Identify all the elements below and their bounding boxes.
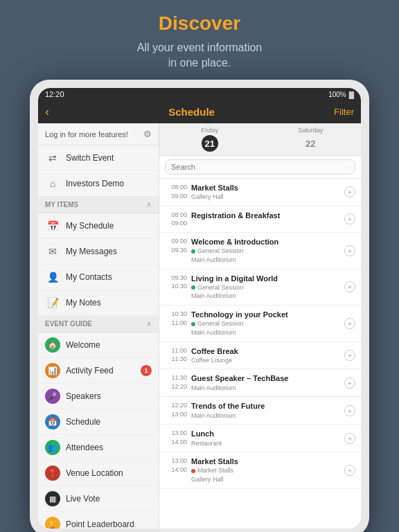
add-button[interactable]: + xyxy=(344,213,355,224)
add-button[interactable]: + xyxy=(344,281,355,292)
schedule-sub-2: Main Auditorium xyxy=(191,328,340,337)
sidebar-label-my-notes: My Notes xyxy=(66,298,152,308)
schedule-time: 08:0009:00 xyxy=(165,211,187,228)
add-button[interactable]: + xyxy=(344,245,355,256)
my-messages-icon: ✉ xyxy=(45,244,60,259)
sidebar-item-my-messages[interactable]: ✉ My Messages xyxy=(38,239,159,265)
table-row: 10:3011:00 Technology in your Pocket Gen… xyxy=(159,305,361,342)
add-button[interactable]: + xyxy=(344,186,355,197)
my-notes-icon: 📝 xyxy=(45,295,60,310)
battery-level: 100% xyxy=(328,91,346,98)
schedule-title: Living in a Digital World xyxy=(191,274,340,283)
my-schedule-icon: 📅 xyxy=(45,218,60,233)
schedule-sub: Coffee Lounge xyxy=(191,356,340,365)
schedule-content: Registration & Breakfast xyxy=(191,211,340,220)
schedule-time: 13:0014:00 xyxy=(165,429,187,446)
add-button[interactable]: + xyxy=(344,350,355,361)
back-button[interactable]: ‹ xyxy=(45,105,49,119)
sidebar-item-speakers[interactable]: 🎤 Speakers xyxy=(38,384,159,409)
sidebar-item-my-notes[interactable]: 📝 My Notes xyxy=(38,290,159,316)
schedule-title: Market Stalls xyxy=(191,183,340,193)
gear-icon[interactable]: ⚙ xyxy=(143,129,152,139)
schedule-content: Lunch Restaurant xyxy=(191,429,340,447)
schedule-icon: 📅 xyxy=(45,414,60,429)
schedule-title: Technology in your Pocket xyxy=(191,310,340,319)
sidebar-item-schedule[interactable]: 📅 Schedule xyxy=(38,409,159,435)
sidebar-item-welcome[interactable]: 🏠 Welcome xyxy=(38,332,159,358)
schedule-time: 10:3011:00 xyxy=(165,310,187,327)
table-row: 12:2013:00 Trends of the Future Main Aud… xyxy=(159,397,361,425)
content-area: Log in for more features! ⚙ ⇄ Switch Eve… xyxy=(38,123,361,529)
tagline: All your event information in one place. xyxy=(14,40,385,71)
schedule-time: 12:2013:00 xyxy=(165,401,187,418)
schedule-content: Guest Speaker – TechBase Main Auditorium xyxy=(191,373,340,392)
schedule-title: Registration & Breakfast xyxy=(191,211,340,220)
tablet-frame: 12:20 100% ▓ ‹ Schedule Filter Log in fo… xyxy=(30,80,369,532)
switch-event-icon: ⇄ xyxy=(45,150,60,166)
sidebar-label-schedule: Schedule xyxy=(66,417,152,427)
sidebar-label-my-schedule: My Schedule xyxy=(66,221,152,231)
schedule-sub: Main Auditorium xyxy=(191,411,340,420)
schedule-time: 09:0009:30 xyxy=(165,237,187,254)
schedule-content: Coffee Break Coffee Lounge xyxy=(191,346,340,365)
schedule-time: 11:3012:20 xyxy=(165,373,187,391)
date-number-friday: 21 xyxy=(202,135,218,152)
schedule-sub: General Session xyxy=(191,319,340,328)
sidebar-item-investors-demo[interactable]: ⌂ Investors Demo xyxy=(38,171,159,197)
schedule-title: Guest Speaker – TechBase xyxy=(191,373,340,383)
schedule-title: Coffee Break xyxy=(191,346,340,356)
table-row: 11:0011:30 Coffee Break Coffee Lounge + xyxy=(159,342,361,370)
session-dot xyxy=(191,249,195,254)
schedule-time: 13:0014:00 xyxy=(165,456,187,474)
table-row: 13:0014:00 Market Stalls Market Stalls G… xyxy=(159,452,361,488)
sidebar-label-point-leaderboard: Point Leaderboard xyxy=(66,520,152,529)
search-input[interactable] xyxy=(165,159,355,175)
add-button[interactable]: + xyxy=(344,318,355,329)
schedule-sub: Gallery Hall xyxy=(191,193,340,202)
filter-button[interactable]: Filter xyxy=(334,107,354,117)
sidebar-label-switch-event: Switch Event xyxy=(66,153,152,163)
schedule-list: 08:0009:00 Market Stalls Gallery Hall + … xyxy=(159,179,361,529)
sidebar-item-live-vote[interactable]: ▦ Live Vote xyxy=(38,486,159,512)
sidebar-item-activity-feed[interactable]: 📊 Activity Feed 1 xyxy=(38,358,159,384)
schedule-time: 09:3010:30 xyxy=(165,274,187,291)
schedule-content: Welcome & Introduction General Session M… xyxy=(191,237,340,264)
session-dot xyxy=(191,322,195,326)
schedule-content: Market Stalls Gallery Hall xyxy=(191,183,340,202)
event-guide-label: Event Guide xyxy=(45,320,92,328)
sidebar: Log in for more features! ⚙ ⇄ Switch Eve… xyxy=(38,123,159,529)
schedule-content: Living in a Digital World General Sessio… xyxy=(191,274,340,301)
nav-bar: ‹ Schedule Filter xyxy=(38,100,361,123)
add-button[interactable]: + xyxy=(344,405,355,416)
live-vote-icon: ▦ xyxy=(45,491,60,506)
sidebar-login-text: Log in for more features! xyxy=(45,130,128,139)
date-saturday[interactable]: Saturday 22 xyxy=(260,123,362,155)
table-row: 08:0009:00 Registration & Breakfast + xyxy=(159,206,361,233)
sidebar-item-venue-location[interactable]: 📍 Venue Location xyxy=(38,461,159,486)
activity-feed-badge: 1 xyxy=(141,365,152,376)
event-guide-section: Event Guide ∧ xyxy=(38,316,159,332)
schedule-sub-2: Main Auditorium xyxy=(191,292,340,301)
date-friday[interactable]: Friday 21 xyxy=(159,123,260,155)
schedule-content: Market Stalls Market Stalls Gallery Hall xyxy=(191,456,340,484)
my-contacts-icon: 👤 xyxy=(45,269,60,285)
table-row: 13:0014:00 Lunch Restaurant + xyxy=(159,425,361,452)
sidebar-item-attendees[interactable]: 👥 Attendees xyxy=(38,435,159,461)
day-label-saturday: Saturday xyxy=(260,127,362,134)
welcome-icon: 🏠 xyxy=(45,337,60,353)
sidebar-item-point-leaderboard[interactable]: 🏆 Point Leaderboard xyxy=(38,512,159,529)
sidebar-label-investors-demo: Investors Demo xyxy=(66,179,152,188)
add-button[interactable]: + xyxy=(344,465,355,476)
sidebar-item-my-schedule[interactable]: 📅 My Schedule xyxy=(38,213,159,239)
search-bar xyxy=(159,156,361,179)
status-right: 100% ▓ xyxy=(328,91,354,98)
sidebar-item-switch-event[interactable]: ⇄ Switch Event xyxy=(38,145,159,171)
sidebar-label-welcome: Welcome xyxy=(66,340,152,350)
top-section: Discover All your event information in o… xyxy=(0,0,399,78)
add-button[interactable]: + xyxy=(344,378,355,389)
schedule-content: Trends of the Future Main Auditorium xyxy=(191,401,340,420)
schedule-time: 11:0011:30 xyxy=(165,346,187,364)
sidebar-item-my-contacts[interactable]: 👤 My Contacts xyxy=(38,265,159,290)
add-button[interactable]: + xyxy=(344,433,355,444)
session-dot xyxy=(191,469,195,473)
